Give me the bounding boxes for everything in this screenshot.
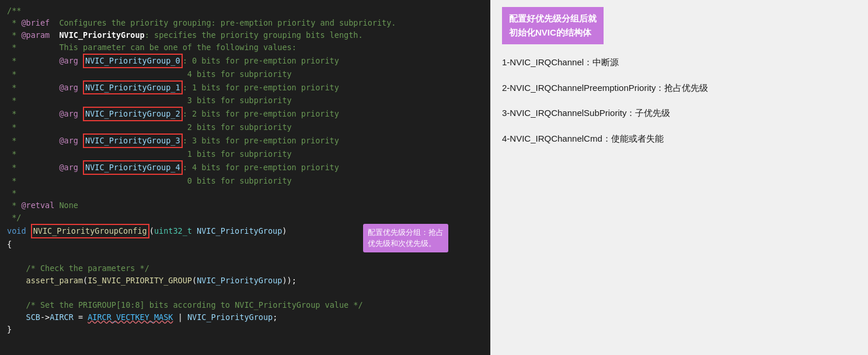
code-line: */ xyxy=(7,212,483,224)
info-item-1: 1-NVIC_IRQChannel：中断源 xyxy=(502,55,856,70)
code-line: /* Set the PRIGROUP[10:8] bits according… xyxy=(7,299,483,311)
info-item-3: 3-NVIC_IRQChannelSubPriority：子优先级 xyxy=(502,106,856,121)
code-line: * 0 bits for subpriority xyxy=(7,175,483,187)
code-line: * @brief Configures the priority groupin… xyxy=(7,17,483,29)
info-header-line1: 配置好优先级分组后就 xyxy=(509,13,597,23)
info-item-4: 4-NVIC_IRQChannelCmd：使能或者失能 xyxy=(502,131,856,146)
code-panel: /** * @brief Configures the priority gro… xyxy=(0,0,490,355)
code-line: SCB -> AIRCR = AIRCR_VECTKEY_MASK | NVIC… xyxy=(7,311,483,324)
code-line: assert_param ( IS_NVIC_PRIORITY_GROUP ( … xyxy=(7,275,483,287)
code-line: * @arg NVIC_PriorityGroup_1: 1 bits for … xyxy=(7,80,483,95)
code-line: /* Check the parameters */ xyxy=(7,262,483,275)
code-line: * @arg NVIC_PriorityGroup_3: 3 bits for … xyxy=(7,133,483,148)
code-line: * 3 bits for subpriority xyxy=(7,94,483,107)
info-header: 配置好优先级分组后就 初始化NVIC的结构体 xyxy=(502,7,604,44)
config-label-line1: 配置优先级分组：抢占 xyxy=(368,228,444,237)
code-line: * 4 bits for subpriority xyxy=(7,68,483,80)
code-line: * 1 bits for subpriority xyxy=(7,148,483,160)
config-label-line2: 优先级和次优先级。 xyxy=(368,239,436,248)
code-line: * @param NVIC_PriorityGroup: specifies t… xyxy=(7,29,483,41)
code-line: * @arg NVIC_PriorityGroup_2: 2 bits for … xyxy=(7,107,483,121)
code-line: * This parameter can be one of the follo… xyxy=(7,41,483,54)
info-item-2: 2-NVIC_IRQChannelPreemptionPriority：抢占优先… xyxy=(502,80,856,96)
code-line: * 2 bits for subpriority xyxy=(7,121,483,133)
code-line: * @arg NVIC_PriorityGroup_4: 4 bits for … xyxy=(7,160,483,175)
info-header-line2: 初始化NVIC的结构体 xyxy=(509,27,591,37)
code-line: * xyxy=(7,187,483,199)
code-line: * @arg NVIC_PriorityGroup_0: 0 bits for … xyxy=(7,54,483,68)
code-line: /** xyxy=(7,5,483,17)
func-decl-line: void NVIC_PriorityGroupConfig ( uint32_t… xyxy=(7,224,483,238)
code-line xyxy=(7,287,483,299)
code-line: } xyxy=(7,324,483,336)
info-panel: 配置好优先级分组后就 初始化NVIC的结构体 1-NVIC_IRQChannel… xyxy=(490,0,868,355)
annotation-config-bubble: 配置优先级分组：抢占 优先级和次优先级。 xyxy=(363,224,448,252)
code-line: * @retval None xyxy=(7,199,483,212)
